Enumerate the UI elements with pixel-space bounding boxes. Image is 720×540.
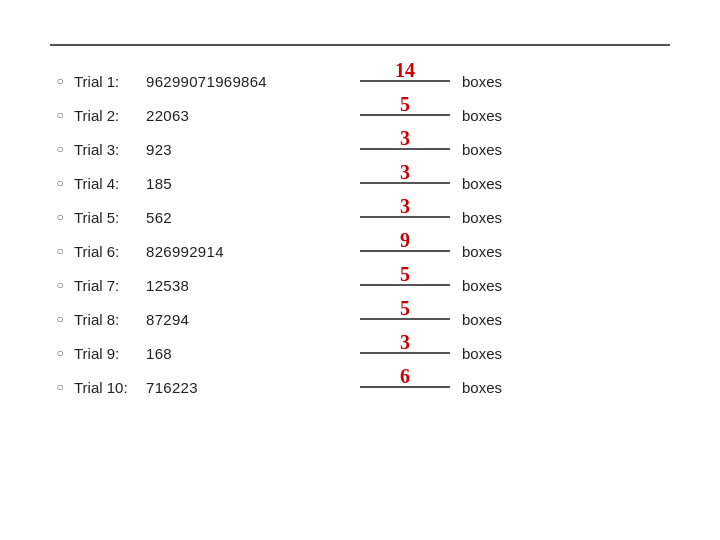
trial-number: 22063 bbox=[146, 107, 189, 124]
bullet-icon: ○ bbox=[50, 278, 70, 292]
answer-blank: 5 bbox=[360, 284, 450, 286]
bullet-icon: ○ bbox=[50, 380, 70, 394]
trial-number: 168 bbox=[146, 345, 172, 362]
trial-label: Trial 9: bbox=[74, 345, 146, 362]
trial-label: Trial 2: bbox=[74, 107, 146, 124]
trial-label: Trial 10: bbox=[74, 379, 146, 396]
answer-blank: 5 bbox=[360, 114, 450, 116]
boxes-label-row: boxes bbox=[462, 64, 502, 98]
trial-number: 96299071969864 bbox=[146, 73, 267, 90]
trial-number: 716223 bbox=[146, 379, 198, 396]
handwritten-answer: 6 bbox=[400, 366, 410, 386]
boxes-label-row: boxes bbox=[462, 268, 502, 302]
trial-label: Trial 8: bbox=[74, 311, 146, 328]
trial-number: 87294 bbox=[146, 311, 189, 328]
trial-label: Trial 1: bbox=[74, 73, 146, 90]
trials-column: ○Trial 1:96299071969864○Trial 2:22063○Tr… bbox=[50, 64, 330, 510]
answer-blank: 9 bbox=[360, 250, 450, 252]
blank-row: 6 bbox=[360, 370, 450, 404]
boxes-label-row: boxes bbox=[462, 132, 502, 166]
boxes-column: boxesboxesboxesboxesboxesboxesboxesboxes… bbox=[450, 64, 502, 510]
handwritten-answer: 5 bbox=[400, 264, 410, 284]
trial-row: ○Trial 2:22063 bbox=[50, 98, 330, 132]
trial-number: 562 bbox=[146, 209, 172, 226]
boxes-label-row: boxes bbox=[462, 98, 502, 132]
trial-label: Trial 7: bbox=[74, 277, 146, 294]
answer-blank: 3 bbox=[360, 352, 450, 354]
answer-blank: 6 bbox=[360, 386, 450, 388]
boxes-label-row: boxes bbox=[462, 302, 502, 336]
trial-row: ○Trial 1:96299071969864 bbox=[50, 64, 330, 98]
trial-number: 826992914 bbox=[146, 243, 224, 260]
handwritten-answer: 3 bbox=[400, 332, 410, 352]
boxes-label-row: boxes bbox=[462, 370, 502, 404]
boxes-label-row: boxes bbox=[462, 166, 502, 200]
bullet-icon: ○ bbox=[50, 346, 70, 360]
slide: ○Trial 1:96299071969864○Trial 2:22063○Tr… bbox=[0, 0, 720, 540]
handwritten-answer: 3 bbox=[400, 162, 410, 182]
trial-row: ○Trial 9:168 bbox=[50, 336, 330, 370]
trial-label: Trial 5: bbox=[74, 209, 146, 226]
answer-blank: 14 bbox=[360, 80, 450, 82]
handwritten-answer: 3 bbox=[400, 128, 410, 148]
trial-number: 923 bbox=[146, 141, 172, 158]
trial-row: ○Trial 6:826992914 bbox=[50, 234, 330, 268]
trial-label: Trial 3: bbox=[74, 141, 146, 158]
trial-row: ○Trial 3:923 bbox=[50, 132, 330, 166]
bullet-icon: ○ bbox=[50, 74, 70, 88]
trial-label: Trial 6: bbox=[74, 243, 146, 260]
handwritten-answer: 14 bbox=[395, 60, 415, 80]
trial-number: 12538 bbox=[146, 277, 189, 294]
title-divider bbox=[50, 44, 670, 46]
handwritten-answer: 5 bbox=[400, 94, 410, 114]
bullet-icon: ○ bbox=[50, 176, 70, 190]
trial-number: 185 bbox=[146, 175, 172, 192]
answer-blank: 3 bbox=[360, 148, 450, 150]
trial-row: ○Trial 8:87294 bbox=[50, 302, 330, 336]
content-area: ○Trial 1:96299071969864○Trial 2:22063○Tr… bbox=[50, 64, 670, 510]
handwritten-answer: 9 bbox=[400, 230, 410, 250]
trial-row: ○Trial 4:185 bbox=[50, 166, 330, 200]
bullet-icon: ○ bbox=[50, 108, 70, 122]
answer-blank: 3 bbox=[360, 216, 450, 218]
bullet-icon: ○ bbox=[50, 210, 70, 224]
trial-label: Trial 4: bbox=[74, 175, 146, 192]
blanks-column: 14533395536 bbox=[330, 64, 450, 510]
handwritten-answer: 5 bbox=[400, 298, 410, 318]
boxes-label-row: boxes bbox=[462, 336, 502, 370]
answer-blank: 3 bbox=[360, 182, 450, 184]
trial-row: ○Trial 10:716223 bbox=[50, 370, 330, 404]
trial-row: ○Trial 7:12538 bbox=[50, 268, 330, 302]
bullet-icon: ○ bbox=[50, 142, 70, 156]
boxes-label-row: boxes bbox=[462, 200, 502, 234]
handwritten-answer: 3 bbox=[400, 196, 410, 216]
bullet-icon: ○ bbox=[50, 244, 70, 258]
trial-row: ○Trial 5:562 bbox=[50, 200, 330, 234]
bullet-icon: ○ bbox=[50, 312, 70, 326]
boxes-label-row: boxes bbox=[462, 234, 502, 268]
answer-blank: 5 bbox=[360, 318, 450, 320]
